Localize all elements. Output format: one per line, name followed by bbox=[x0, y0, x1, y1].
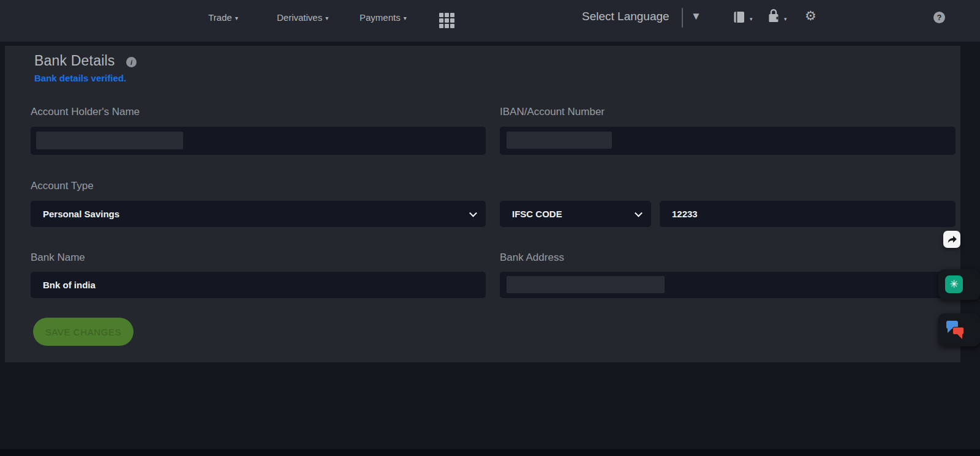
chatgpt-icon[interactable]: ✳ bbox=[945, 275, 963, 293]
help-icon[interactable]: ? bbox=[933, 12, 945, 23]
chatgpt-widget: ✳ bbox=[938, 269, 980, 300]
book-caret-down-icon[interactable]: ▾ bbox=[750, 16, 753, 22]
bank-name-label: Bank Name bbox=[31, 252, 85, 264]
chat-bubble-red-icon[interactable] bbox=[952, 327, 964, 335]
iban-label: IBAN/Account Number bbox=[500, 106, 605, 118]
chevron-down-icon bbox=[469, 209, 477, 217]
nav-menu-payments-label: Payments bbox=[360, 12, 401, 23]
apps-grid-icon[interactable] bbox=[439, 12, 454, 28]
account-holder-redaction bbox=[36, 132, 183, 149]
caret-down-icon: ▾ bbox=[325, 14, 328, 21]
chat-bubbles-widget bbox=[938, 313, 980, 346]
bank-address-input[interactable] bbox=[500, 272, 956, 298]
bank-address-redaction bbox=[507, 276, 665, 293]
nav-menu-derivatives[interactable]: Derivatives ▾ bbox=[277, 12, 328, 23]
nav-menu-trade-label: Trade bbox=[208, 12, 232, 23]
bottom-edge-strip bbox=[0, 449, 980, 456]
share-arrow-icon bbox=[946, 233, 958, 245]
bank-address-label: Bank Address bbox=[500, 252, 564, 264]
bank-name-input[interactable] bbox=[31, 272, 486, 298]
info-icon[interactable]: i bbox=[126, 57, 137, 67]
account-type-value: Personal Savings bbox=[43, 209, 119, 219]
account-holder-label: Account Holder's Name bbox=[31, 106, 140, 118]
lock-icon[interactable] bbox=[767, 9, 780, 24]
share-widget-button[interactable] bbox=[943, 231, 960, 248]
ifsc-code-select[interactable]: IFSC CODE bbox=[500, 201, 651, 227]
nav-menu-trade[interactable]: Trade ▾ bbox=[208, 12, 238, 23]
book-icon[interactable] bbox=[733, 10, 746, 25]
ifsc-number-input[interactable] bbox=[660, 201, 956, 227]
lock-caret-down-icon[interactable]: ▾ bbox=[784, 16, 787, 22]
verified-status-text: Bank details verified. bbox=[34, 73, 126, 83]
gear-icon[interactable]: ⚙ bbox=[805, 9, 816, 23]
language-dropdown-triangle-icon[interactable]: ▼ bbox=[691, 10, 701, 23]
iban-redaction bbox=[507, 132, 612, 149]
nav-menu-payments[interactable]: Payments ▾ bbox=[360, 12, 407, 23]
account-type-label: Account Type bbox=[31, 180, 94, 192]
ifsc-code-select-value: IFSC CODE bbox=[512, 209, 562, 219]
iban-input[interactable] bbox=[500, 127, 956, 155]
page-title: Bank Details bbox=[34, 53, 115, 69]
bank-details-panel: Bank Details i Bank details verified. Ac… bbox=[5, 46, 960, 362]
language-divider bbox=[682, 8, 683, 28]
top-navbar: Trade ▾ Derivatives ▾ Payments ▾ Select … bbox=[0, 0, 980, 42]
account-type-select[interactable]: Personal Savings bbox=[31, 201, 486, 227]
chevron-down-icon bbox=[635, 209, 643, 217]
save-changes-button[interactable]: SAVE CHANGES bbox=[33, 318, 134, 346]
nav-menu-derivatives-label: Derivatives bbox=[277, 12, 322, 23]
caret-down-icon: ▾ bbox=[404, 14, 407, 21]
select-language-label[interactable]: Select Language bbox=[582, 10, 669, 23]
account-holder-input[interactable] bbox=[31, 127, 486, 155]
caret-down-icon: ▾ bbox=[235, 14, 238, 21]
